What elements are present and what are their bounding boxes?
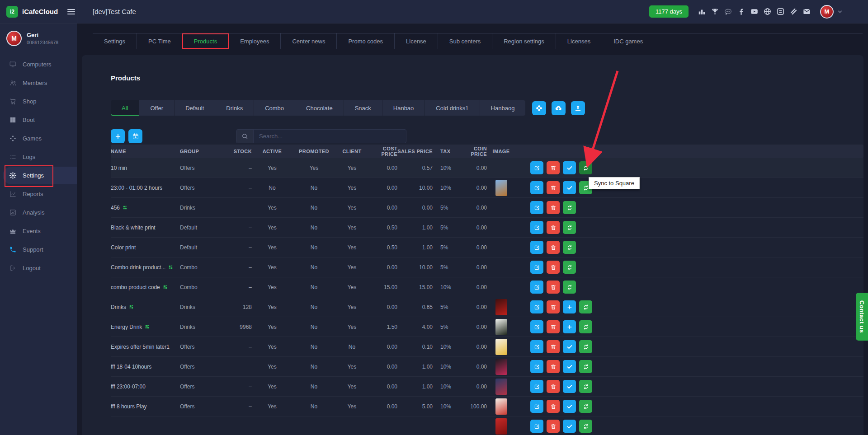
filter-chip-combo[interactable]: Combo	[254, 100, 295, 116]
sync-button[interactable]	[563, 221, 576, 234]
sidebar-item-events[interactable]: Events	[0, 222, 77, 240]
filter-chip-hanbaog[interactable]: Hanbaog	[480, 100, 526, 116]
sidebar-item-logs[interactable]: Logs	[0, 148, 77, 166]
edit-button[interactable]	[530, 320, 543, 333]
plus-button[interactable]	[563, 300, 576, 313]
filter-chip-cold-drinks1[interactable]: Cold drinks1	[425, 100, 480, 116]
trash-button[interactable]	[547, 420, 560, 433]
search-input[interactable]	[254, 130, 406, 143]
ranking-icon[interactable]	[698, 7, 706, 16]
sidebar-item-computers[interactable]: Computers	[0, 55, 77, 74]
tab-products[interactable]: Products	[182, 33, 228, 49]
trash-button[interactable]	[547, 380, 560, 393]
trash-button[interactable]	[547, 320, 560, 333]
tab-sub-centers[interactable]: Sub centers	[438, 33, 492, 49]
tab-center-news[interactable]: Center news	[280, 33, 336, 49]
tab-licenses[interactable]: Licenses	[556, 33, 602, 49]
edit-button[interactable]	[530, 221, 543, 234]
edit-button[interactable]	[530, 161, 543, 174]
filter-chip-chocolate[interactable]: Chocolate	[295, 100, 344, 116]
trash-button[interactable]	[547, 201, 560, 214]
avatar[interactable]: M	[820, 5, 834, 19]
filter-chip-default[interactable]: Default	[175, 100, 215, 116]
tab-pc-time[interactable]: PC Time	[137, 33, 182, 49]
sync-button[interactable]	[579, 320, 592, 333]
discord-icon[interactable]	[724, 7, 732, 16]
sync-button[interactable]	[579, 161, 592, 174]
edit-button[interactable]	[530, 340, 543, 353]
tab-region-settings[interactable]: Region settings	[492, 33, 556, 49]
edit-button[interactable]	[530, 360, 543, 373]
tab-idc-games[interactable]: IDC games	[602, 33, 654, 49]
sync-button[interactable]	[579, 300, 592, 313]
trash-button[interactable]	[547, 281, 560, 294]
tab-employees[interactable]: Employees	[228, 33, 280, 49]
trash-button[interactable]	[547, 261, 560, 274]
tab-license[interactable]: License	[394, 33, 438, 49]
filter-chip-snack[interactable]: Snack	[344, 100, 382, 116]
trash-button[interactable]	[547, 161, 560, 174]
check-button[interactable]	[563, 360, 576, 373]
plus-button[interactable]	[563, 320, 576, 333]
globe-icon[interactable]	[763, 7, 772, 16]
square-categories-button[interactable]	[532, 101, 546, 115]
sync-button[interactable]	[579, 380, 592, 393]
days-badge[interactable]: 1177 days	[649, 5, 689, 18]
add-product-button[interactable]	[111, 129, 125, 143]
sidebar-item-members[interactable]: Members	[0, 74, 77, 92]
check-button[interactable]	[563, 420, 576, 433]
sidebar-item-games[interactable]: Games	[0, 129, 77, 148]
tab-settings[interactable]: Settings	[93, 33, 137, 49]
contact-us-tab[interactable]: Contact us	[856, 293, 868, 341]
trash-button[interactable]	[547, 360, 560, 373]
sync-button[interactable]	[563, 261, 576, 274]
sidebar-user[interactable]: M Geri 008612345678	[0, 23, 77, 51]
export-products-button[interactable]	[571, 101, 585, 115]
sync-button[interactable]	[563, 201, 576, 214]
sidebar-item-boot[interactable]: Boot	[0, 111, 77, 129]
edit-button[interactable]	[530, 241, 543, 254]
sidebar-item-support[interactable]: Support	[0, 240, 77, 259]
sync-button[interactable]	[563, 281, 576, 294]
check-button[interactable]	[563, 400, 576, 413]
trash-button[interactable]	[547, 181, 560, 194]
facebook-icon[interactable]	[737, 7, 745, 16]
menu-icon[interactable]	[67, 9, 75, 14]
trash-button[interactable]	[547, 300, 560, 313]
trash-button[interactable]	[547, 400, 560, 413]
check-button[interactable]	[563, 161, 576, 174]
edit-button[interactable]	[530, 261, 543, 274]
edit-button[interactable]	[530, 201, 543, 214]
edit-button[interactable]	[530, 420, 543, 433]
sync-button[interactable]	[579, 400, 592, 413]
filter-chip-hanbao[interactable]: Hanbao	[382, 100, 425, 116]
add-offer-button[interactable]	[128, 129, 142, 143]
edit-button[interactable]	[530, 281, 543, 294]
sidebar-item-logout[interactable]: Logout	[0, 259, 77, 277]
icafecloud-icon[interactable]	[776, 7, 785, 16]
sidebar-item-shop[interactable]: Shop	[0, 92, 77, 111]
chevron-down-icon[interactable]	[837, 9, 843, 15]
edit-button[interactable]	[530, 181, 543, 194]
trophy-icon[interactable]	[711, 7, 719, 16]
edit-button[interactable]	[530, 400, 543, 413]
edit-button[interactable]	[530, 380, 543, 393]
trash-button[interactable]	[547, 221, 560, 234]
import-products-button[interactable]	[552, 101, 566, 115]
sync-button[interactable]	[579, 360, 592, 373]
filter-chip-drinks[interactable]: Drinks	[215, 100, 254, 116]
filter-chip-offer[interactable]: Offer	[139, 100, 175, 116]
trash-button[interactable]	[547, 241, 560, 254]
sidebar-item-analysis[interactable]: Analysis	[0, 203, 77, 222]
check-button[interactable]	[563, 380, 576, 393]
edit-button[interactable]	[530, 300, 543, 313]
mail-icon[interactable]	[802, 7, 811, 16]
sync-button[interactable]	[579, 420, 592, 433]
sidebar-item-reports[interactable]: Reports	[0, 185, 77, 203]
youtube-icon[interactable]	[750, 7, 759, 16]
tab-promo-codes[interactable]: Promo codes	[336, 33, 394, 49]
sidebar-item-settings[interactable]: Settings	[0, 166, 77, 185]
trash-button[interactable]	[547, 340, 560, 353]
layers-icon[interactable]	[789, 7, 798, 16]
filter-chip-all[interactable]: All	[111, 100, 139, 116]
